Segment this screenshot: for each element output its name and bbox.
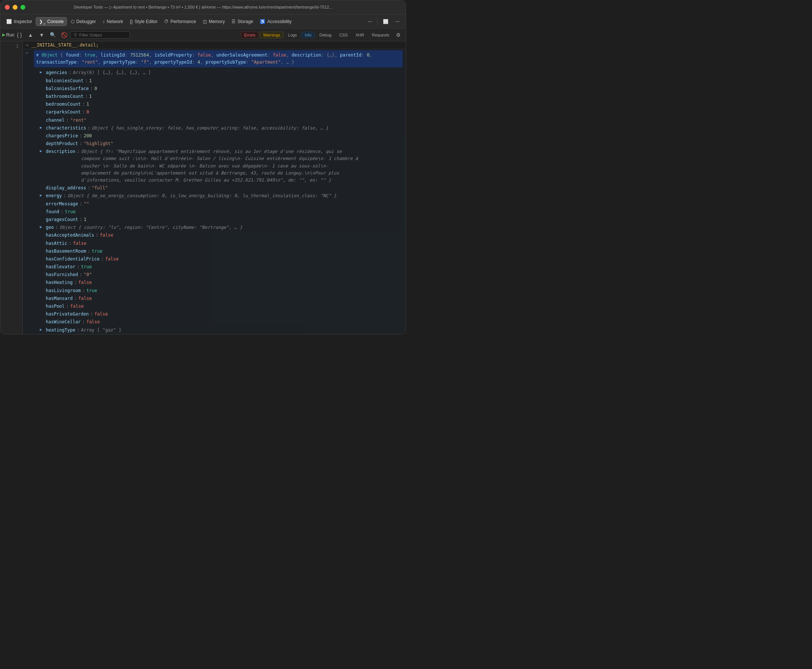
prop-has-attic: hasAttic: false — [40, 240, 403, 247]
prop-has-wine-cellar: hasWineCellar: false — [40, 318, 403, 326]
prop-has-accepted-animals: hasAcceptedAnimals: false — [40, 232, 403, 239]
toolbar-separator — [377, 18, 378, 25]
console-filter-buttons: Errors Warnings Logs Info Debug CSS XHR … — [241, 30, 403, 39]
accessibility-button[interactable]: ♿ Accessibility — [257, 17, 294, 26]
debug-filter[interactable]: Debug — [316, 32, 335, 38]
console-button[interactable]: ❯_ Console — [36, 17, 67, 26]
title-bar: Developer Tools — ▷ Apartment to rent • … — [0, 0, 406, 15]
dock-button[interactable]: ⬜ — [380, 17, 392, 26]
down-button[interactable]: ▼ — [37, 30, 47, 39]
prop-charges-price: chargesPrice: 200 — [40, 132, 403, 140]
prop-channel: channel: "rent" — [40, 116, 403, 124]
main-layout: 1 → __INITIAL_STATE__.detail; ← ▼ Object… — [0, 41, 406, 334]
logs-filter[interactable]: Logs — [285, 32, 300, 38]
console-output[interactable]: → __INITIAL_STATE__.detail; ← ▼ Object {… — [23, 41, 406, 334]
inspector-icon: ⬜ — [6, 19, 12, 24]
memory-icon: ◫ — [203, 19, 207, 24]
prop-found: found: true — [40, 208, 403, 216]
xhr-filter[interactable]: XHR — [352, 32, 367, 38]
prop-has-confidential-price: hasConfidentialPrice: false — [40, 255, 403, 263]
prop-has-livingroom: hasLivingroom: true — [40, 287, 403, 295]
console-output-block: ← ▼ Object { found: true, listingId: 751… — [23, 49, 406, 334]
expand-arrow-icon[interactable]: ▼ — [36, 52, 39, 58]
prop-error-message: errorMessage: "" — [40, 200, 403, 208]
toolbar-right: ⋯ ⬜ ⋯ — [365, 17, 403, 26]
console-input-code: __INITIAL_STATE__.detail; — [31, 42, 99, 48]
prop-immotype[interactable]: ▶ immotype: Object { portal_group: "flat… — [40, 334, 403, 334]
warnings-filter[interactable]: Warnings — [260, 32, 284, 38]
prop-has-private-garden: hasPrivateGarden: false — [40, 310, 403, 318]
prop-geo[interactable]: ▶ geo: Object { country: "lu", region: "… — [40, 224, 403, 232]
prop-description[interactable]: ▶ description: Object { fr: "Magnifique … — [40, 148, 403, 184]
format-button[interactable]: { } — [15, 30, 24, 39]
expand-agencies-icon[interactable]: ▶ — [40, 69, 44, 75]
output-arrow-icon: ← — [26, 50, 31, 55]
run-button[interactable]: ▶ Run — [3, 30, 13, 39]
performance-button[interactable]: ⏱ Performance — [161, 17, 199, 26]
prop-bathrooms-count: bathroomsCount: 1 — [40, 92, 403, 101]
maximize-button[interactable] — [20, 5, 25, 10]
prop-energy[interactable]: ▶ energy: Object { de_ee_energy_consumpt… — [40, 192, 403, 200]
window-title: Developer Tools — ▷ Apartment to rent • … — [74, 5, 332, 10]
traffic-lights — [5, 5, 25, 10]
memory-button[interactable]: ◫ Memory — [200, 17, 228, 26]
prop-has-heating: hasHeating: false — [40, 279, 403, 286]
clear-button[interactable]: 🚫 — [59, 30, 69, 39]
filter-input[interactable] — [79, 33, 124, 37]
style-editor-icon: {} — [130, 19, 133, 24]
css-filter[interactable]: CSS — [336, 32, 351, 38]
performance-icon: ⏱ — [164, 19, 168, 24]
expand-geo-icon[interactable]: ▶ — [40, 224, 44, 230]
prop-has-mansard: hasMansard: false — [40, 295, 403, 303]
expand-description-icon[interactable]: ▶ — [40, 148, 44, 154]
settings-button[interactable]: ⋯ — [392, 17, 403, 26]
storage-button[interactable]: ☰ Storage — [229, 17, 256, 26]
console-settings-button[interactable]: ⚙ — [394, 30, 403, 39]
prop-depth-product: depthProduct: "highlight" — [40, 140, 403, 148]
debugger-button[interactable]: ⬡ Debugger — [68, 17, 99, 26]
prop-has-pool: hasPool: false — [40, 303, 403, 310]
inspector-button[interactable]: ⬜ Inspector — [3, 17, 35, 26]
prop-heating-type[interactable]: ▶ heatingType: Array [ "gaz" ] — [40, 326, 403, 334]
line-numbers: 1 — [0, 41, 23, 334]
storage-icon: ☰ — [232, 19, 235, 24]
line-number-1: 1 — [0, 43, 18, 49]
prop-display-address: display_address: "full" — [40, 184, 403, 192]
errors-filter[interactable]: Errors — [241, 32, 259, 38]
expand-heatingtype-icon[interactable]: ▶ — [40, 327, 44, 333]
filter-icon: ▽ — [74, 32, 77, 38]
console-input-line: → __INITIAL_STATE__.detail; — [23, 41, 406, 49]
style-editor-button[interactable]: {} Style Editor — [127, 17, 160, 26]
prop-balconies-surface: balconiesSurface: 0 — [40, 85, 403, 92]
prop-has-furnished: hasFurnished: "0" — [40, 271, 403, 279]
minimize-button[interactable] — [13, 5, 17, 10]
object-body: ▶ agencies: Array(6) [ {…}, {…}, {…}, … … — [34, 69, 403, 334]
input-arrow-icon: → — [26, 42, 28, 48]
filter-input-wrap[interactable]: ▽ — [71, 31, 130, 39]
prop-has-basement-room: hasBasementRoom: true — [40, 247, 403, 255]
info-filter[interactable]: Info — [301, 32, 315, 38]
network-icon: ↕ — [103, 19, 105, 24]
close-button[interactable] — [5, 5, 10, 10]
debugger-icon: ⬡ — [71, 19, 74, 24]
prop-garages-count: garagesCount: 1 — [40, 216, 403, 224]
prop-characteristics[interactable]: ▶ characteristics: Object { has_single_s… — [40, 124, 403, 132]
prop-balconies-count: balconiesCount: 1 — [40, 77, 403, 85]
prop-carparks-count: carparksCount: 0 — [40, 108, 403, 116]
object-header[interactable]: ▼ Object { found: true, listingId: 75125… — [34, 50, 403, 67]
prop-agencies[interactable]: ▶ agencies: Array(6) [ {…}, {…}, {…}, … … — [40, 69, 403, 77]
search-button[interactable]: 🔍 — [48, 30, 58, 39]
up-button[interactable]: ▲ — [26, 30, 35, 39]
filter-area: ▽ — [71, 31, 239, 39]
accessibility-icon: ♿ — [260, 19, 265, 24]
more-tools-button[interactable]: ⋯ — [365, 17, 375, 26]
console-toolbar: ▶ Run { } ▲ ▼ 🔍 🚫 ▽ Errors Warnings Logs… — [0, 29, 406, 41]
object-display: ▼ Object { found: true, listingId: 75125… — [34, 50, 403, 334]
console-icon: ❯_ — [39, 19, 45, 24]
network-button[interactable]: ↕ Network — [100, 17, 126, 26]
prop-bedrooms-count: bedroomsCount: 1 — [40, 101, 403, 108]
requests-filter[interactable]: Requests — [369, 32, 393, 38]
expand-energy-icon[interactable]: ▶ — [40, 192, 44, 198]
devtools-toolbar: ⬜ Inspector ❯_ Console ⬡ Debugger ↕ Netw… — [0, 15, 406, 29]
expand-characteristics-icon[interactable]: ▶ — [40, 124, 44, 131]
